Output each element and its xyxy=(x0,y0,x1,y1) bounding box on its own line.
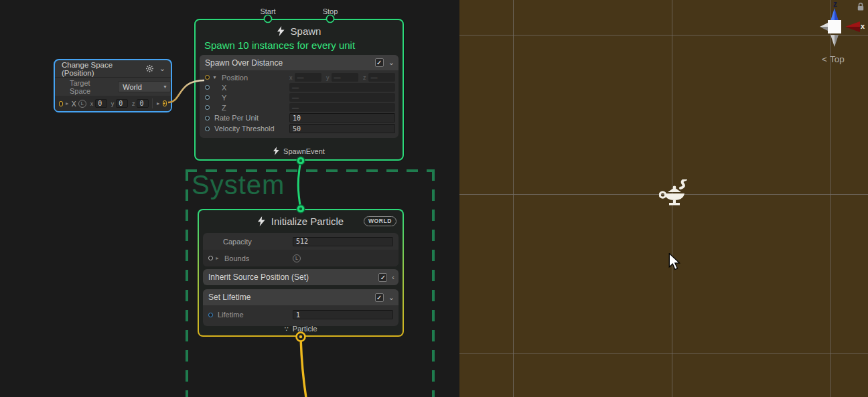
block-enabled-checkbox[interactable]: ✓ xyxy=(375,58,384,67)
position-y-row: Y — xyxy=(200,92,399,102)
y-value-input[interactable]: 0 xyxy=(116,99,128,108)
initialize-settings-block: Capacity 512 ► Bounds L xyxy=(203,233,399,266)
set-lifetime-block[interactable]: Set Lifetime ✓ ⌄ Lifetime 1 xyxy=(203,289,399,326)
particle-icon: ∵ xyxy=(284,325,288,333)
gear-icon[interactable] xyxy=(146,65,153,72)
capacity-input[interactable]: 512 xyxy=(293,237,393,246)
velocity-threshold-port[interactable] xyxy=(205,127,210,131)
position-x-field[interactable]: — xyxy=(295,73,322,82)
lifetime-port[interactable] xyxy=(208,313,213,317)
check-icon: ✓ xyxy=(376,294,382,301)
position-z-row: Z — xyxy=(200,102,399,112)
velocity-threshold-input[interactable]: 50 xyxy=(289,124,395,133)
x-axis-label: x xyxy=(90,100,94,107)
lifetime-input[interactable]: 1 xyxy=(293,310,393,319)
initialize-output-row: ∵ Particle xyxy=(199,325,403,333)
gizmo-x-axis-label: x xyxy=(861,22,865,30)
back-arrow-icon: < xyxy=(822,54,827,64)
x-label: X xyxy=(222,84,226,92)
block-enabled-checkbox[interactable]: ✓ xyxy=(375,293,384,302)
spawn-context-node[interactable]: Spawn Spawn 10 instances for every unit … xyxy=(194,19,404,161)
position-port[interactable] xyxy=(205,75,210,80)
rate-per-unit-port[interactable] xyxy=(205,116,210,121)
dropdown-arrow-icon: ▼ xyxy=(163,84,167,89)
inherit-source-position-block[interactable]: Inherit Source Position (Set) ✓ ‹ xyxy=(203,269,399,285)
lock-icon[interactable] xyxy=(857,2,865,11)
initialize-node-title: Initialize Particle xyxy=(271,216,344,227)
lifetime-label: Lifetime xyxy=(218,311,244,319)
scene-view[interactable]: z x < Top xyxy=(459,0,868,397)
change-space-header[interactable]: Change Space (Position) ⌄ xyxy=(55,60,171,77)
spawn-start-port-label: Start xyxy=(260,7,275,15)
block-title: Set Lifetime xyxy=(208,293,375,302)
spawn-annotation[interactable]: Spawn 10 instances for every unit xyxy=(204,39,355,51)
x-port[interactable] xyxy=(205,85,210,90)
grid-line xyxy=(459,35,868,35)
axis-cone-left[interactable] xyxy=(820,22,829,31)
block-enabled-checkbox[interactable]: ✓ xyxy=(378,273,387,282)
chevron-down-icon[interactable]: ⌄ xyxy=(159,65,165,72)
x-value-input[interactable]: 0 xyxy=(95,99,107,108)
spawn-over-distance-block[interactable]: Spawn Over Distance ✓ ⌄ ▼ Position x— y—… xyxy=(200,55,399,138)
view-orientation-label[interactable]: < Top xyxy=(822,54,845,64)
y-port[interactable] xyxy=(205,95,210,100)
triangle-right-icon: ► xyxy=(215,256,220,260)
target-space-dropdown[interactable]: World ▼ xyxy=(118,81,171,92)
view-name: Top xyxy=(830,54,845,64)
divider xyxy=(152,98,153,108)
change-space-output-port[interactable] xyxy=(163,100,167,106)
target-space-row: Target Space World ▼ xyxy=(55,78,171,96)
position-x-row: X — xyxy=(200,82,399,92)
change-space-node[interactable]: Change Space (Position) ⌄ Target Space W… xyxy=(54,59,172,112)
position-label: Position xyxy=(222,74,248,82)
particle-output-label: Particle xyxy=(293,325,317,333)
z-value-input[interactable]: 0 xyxy=(137,99,149,108)
wire-initialize-to-update[interactable] xyxy=(301,337,306,397)
axis-cone-z[interactable] xyxy=(830,8,839,21)
position-row: ▼ Position x— y— z— xyxy=(200,72,399,82)
axis-cone-x[interactable] xyxy=(845,21,860,32)
block-title: Spawn Over Distance xyxy=(205,58,375,68)
spawn-output-row: SpawnEvent xyxy=(196,147,403,155)
x-input-port[interactable] xyxy=(59,101,63,106)
initialize-particle-node[interactable]: Initialize Particle WORLD Capacity 512 ►… xyxy=(198,209,404,337)
position-y-field[interactable]: — xyxy=(332,73,359,82)
position-z-field[interactable]: — xyxy=(368,73,396,82)
z-port[interactable] xyxy=(205,105,210,110)
chevron-down-icon[interactable]: ⌄ xyxy=(388,294,394,301)
gizmo-z-axis-label: z xyxy=(828,0,842,9)
bounds-port[interactable] xyxy=(208,256,213,260)
x-input-label: X xyxy=(72,100,76,108)
wire-spawn-to-initialize[interactable] xyxy=(298,161,301,209)
lightning-icon xyxy=(258,216,265,226)
local-space-badge[interactable]: L xyxy=(78,100,86,108)
local-space-badge[interactable]: L xyxy=(293,254,301,262)
vfx-graph-canvas[interactable]: System Start Stop Spawn Spawn 10 instanc… xyxy=(0,0,459,397)
y-field[interactable]: — xyxy=(289,93,395,102)
velocity-threshold-label: Velocity Threshold xyxy=(214,125,275,133)
grid-line xyxy=(459,353,868,354)
check-icon: ✓ xyxy=(380,274,386,281)
change-space-title: Change Space (Position) xyxy=(62,61,146,77)
z-field[interactable]: — xyxy=(289,103,395,112)
x-field[interactable]: — xyxy=(289,83,395,92)
bounds-label: Bounds xyxy=(224,254,249,262)
spawn-event-output-label: SpawnEvent xyxy=(283,147,325,155)
system-group-title[interactable]: System xyxy=(192,170,285,200)
vfx-lamp-gizmo-icon[interactable] xyxy=(659,179,693,209)
gizmo-view-cube[interactable] xyxy=(828,20,841,33)
axis-cone-down[interactable] xyxy=(830,35,839,47)
spawn-node-header[interactable]: Spawn xyxy=(196,23,403,38)
z-axis-label: z xyxy=(132,100,135,107)
position-expander-icon[interactable]: ▼ xyxy=(212,75,217,80)
rate-per-unit-input[interactable]: 10 xyxy=(289,113,395,123)
chevron-left-icon[interactable]: ‹ xyxy=(392,274,394,281)
spawn-over-distance-header[interactable]: Spawn Over Distance ✓ ⌄ xyxy=(200,55,399,70)
lifetime-row: Lifetime 1 xyxy=(203,305,399,324)
z-label: Z xyxy=(222,104,226,112)
lightning-icon xyxy=(273,147,279,155)
target-space-label: Target Space xyxy=(70,79,111,95)
world-space-badge[interactable]: WORLD xyxy=(364,216,396,226)
capacity-row: Capacity 512 xyxy=(203,233,399,250)
chevron-down-icon[interactable]: ⌄ xyxy=(388,59,394,66)
